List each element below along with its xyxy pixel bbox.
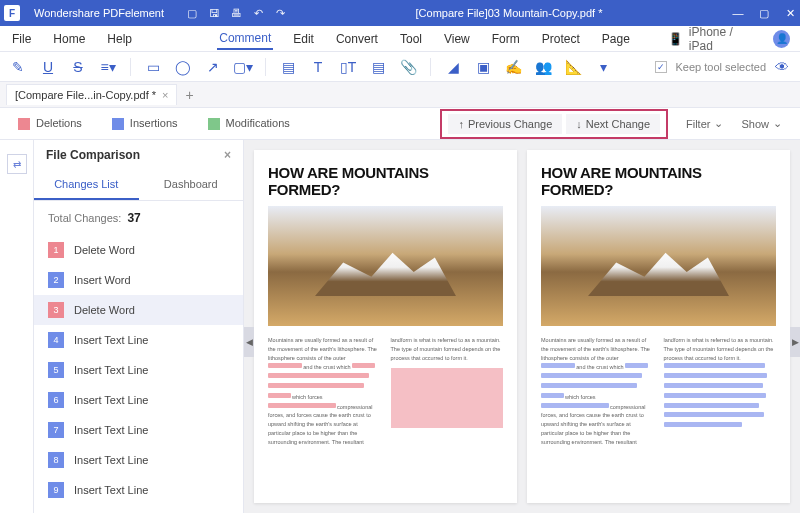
main-area: ⇄ File Comparison × Changes List Dashboa… (0, 140, 800, 513)
menu-file[interactable]: File (10, 29, 33, 49)
note-icon[interactable]: ▤ (280, 59, 296, 75)
change-item[interactable]: 9Insert Text Line (34, 475, 243, 505)
textbox-icon[interactable]: ▯T (340, 59, 356, 75)
change-item[interactable]: 3Delete Word (34, 295, 243, 325)
change-item[interactable]: 6Insert Text Line (34, 385, 243, 415)
change-item[interactable]: 8Insert Text Line (34, 445, 243, 475)
collapse-left-icon[interactable]: ◀ (244, 327, 254, 357)
more-icon[interactable]: ▾ (595, 59, 611, 75)
menubar: File Home Help Comment Edit Convert Tool… (0, 26, 800, 52)
document-tab[interactable]: [Compare File...in-Copy.pdf * × (6, 84, 177, 105)
compare-panel-icon[interactable]: ⇄ (7, 154, 27, 174)
previous-change-button[interactable]: ↑Previous Change (448, 114, 562, 134)
redo-icon[interactable]: ↷ (274, 7, 286, 19)
page-heading: HOW ARE MOUNTAINS FORMED? (541, 164, 776, 198)
change-label: Insert Text Line (74, 394, 148, 406)
change-number-badge: 9 (48, 482, 64, 498)
menu-view[interactable]: View (442, 29, 472, 49)
close-icon[interactable]: ✕ (784, 7, 796, 19)
signature-icon[interactable]: ✍ (505, 59, 521, 75)
change-label: Insert Text Line (74, 334, 148, 346)
panel-title: File Comparison (46, 148, 140, 162)
menu-convert[interactable]: Convert (334, 29, 380, 49)
compare-icon[interactable]: 👥 (535, 59, 551, 75)
change-number-badge: 2 (48, 272, 64, 288)
next-change-button[interactable]: ↓Next Change (566, 114, 660, 134)
chevron-down-icon: ⌄ (714, 117, 723, 130)
rect-icon[interactable]: ▭ (145, 59, 161, 75)
print-icon[interactable]: 🖶 (230, 7, 242, 19)
page-heading: HOW ARE MOUNTAINS FORMED? (268, 164, 503, 198)
arrow-up-icon: ↑ (458, 118, 464, 130)
legend-insertions: Insertions (112, 117, 178, 130)
shape-icon[interactable]: ▢▾ (235, 59, 251, 75)
menu-form[interactable]: Form (490, 29, 522, 49)
text-icon[interactable]: T (310, 59, 326, 75)
measure-icon[interactable]: 📐 (565, 59, 581, 75)
tab-close-icon[interactable]: × (162, 89, 168, 101)
minimize-icon[interactable]: — (732, 7, 744, 19)
col-right: landform is what is referred to as a mou… (391, 336, 504, 489)
collapse-right-icon[interactable]: ▶ (790, 327, 800, 357)
user-avatar-icon[interactable]: 👤 (773, 30, 790, 48)
save-icon[interactable]: 🖫 (208, 7, 220, 19)
app-logo-icon: F (4, 5, 20, 21)
change-item[interactable]: 2Insert Word (34, 265, 243, 295)
eraser-icon[interactable]: ◢ (445, 59, 461, 75)
page-right: HOW ARE MOUNTAINS FORMED? Mountains are … (527, 150, 790, 503)
tab-dashboard[interactable]: Dashboard (139, 170, 244, 200)
new-tab-button[interactable]: + (185, 87, 193, 103)
change-label: Insert Text Line (74, 364, 148, 376)
tab-changes-list[interactable]: Changes List (34, 170, 139, 200)
menu-protect[interactable]: Protect (540, 29, 582, 49)
list-icon[interactable]: ≡▾ (100, 59, 116, 75)
circle-icon[interactable]: ◯ (175, 59, 191, 75)
undo-icon[interactable]: ↶ (252, 7, 264, 19)
menu-tool[interactable]: Tool (398, 29, 424, 49)
page-left: HOW ARE MOUNTAINS FORMED? Mountains are … (254, 150, 517, 503)
col-left: Mountains are usually formed as a result… (541, 336, 654, 489)
highlight-icon[interactable]: ✎ (10, 59, 26, 75)
tab-label: [Compare File...in-Copy.pdf * (15, 89, 156, 101)
change-label: Delete Word (74, 304, 135, 316)
change-label: Insert Text Line (74, 454, 148, 466)
underline-icon[interactable]: U (40, 59, 56, 75)
deleted-block (391, 368, 504, 428)
filter-dropdown[interactable]: Filter ⌄ (686, 117, 723, 130)
menu-home[interactable]: Home (51, 29, 87, 49)
panel-close-icon[interactable]: × (224, 148, 231, 162)
change-number-badge: 1 (48, 242, 64, 258)
show-dropdown[interactable]: Show ⌄ (741, 117, 782, 130)
app-name: Wondershare PDFelement (34, 7, 164, 19)
open-icon[interactable]: ▢ (186, 7, 198, 19)
change-item[interactable]: 1Delete Word (34, 235, 243, 265)
col-right: landform is what is referred to as a mou… (664, 336, 777, 489)
change-number-badge: 3 (48, 302, 64, 318)
change-number-badge: 5 (48, 362, 64, 378)
toolbar: ✎ U S ≡▾ ▭ ◯ ↗ ▢▾ ▤ T ▯T ▤ 📎 ◢ ▣ ✍ 👥 📐 ▾… (0, 52, 800, 82)
menu-edit[interactable]: Edit (291, 29, 316, 49)
menu-comment[interactable]: Comment (217, 28, 273, 50)
strikethrough-icon[interactable]: S (70, 59, 86, 75)
device-link[interactable]: 📱 iPhone / iPad (668, 25, 755, 53)
document-title: [Compare File]03 Mountain-Copy.pdf * (286, 7, 732, 19)
arrow-icon[interactable]: ↗ (205, 59, 221, 75)
stamp-icon[interactable]: ▣ (475, 59, 491, 75)
change-label: Delete Word (74, 244, 135, 256)
change-item[interactable]: 7Insert Text Line (34, 415, 243, 445)
change-label: Insert Text Line (74, 424, 148, 436)
menu-help[interactable]: Help (105, 29, 134, 49)
legend-deletions: Deletions (18, 117, 82, 130)
menu-page[interactable]: Page (600, 29, 632, 49)
attach-icon[interactable]: 📎 (400, 59, 416, 75)
change-number-badge: 4 (48, 332, 64, 348)
change-label: Insert Text Line (74, 484, 148, 496)
visibility-icon[interactable]: 👁 (774, 59, 790, 75)
keep-tool-checkbox[interactable]: ✓ (655, 61, 667, 73)
change-item[interactable]: 4Insert Text Line (34, 325, 243, 355)
change-label: Insert Word (74, 274, 131, 286)
change-item[interactable]: 5Insert Text Line (34, 355, 243, 385)
keep-tool-label: Keep tool selected (675, 61, 766, 73)
maximize-icon[interactable]: ▢ (758, 7, 770, 19)
callout-icon[interactable]: ▤ (370, 59, 386, 75)
